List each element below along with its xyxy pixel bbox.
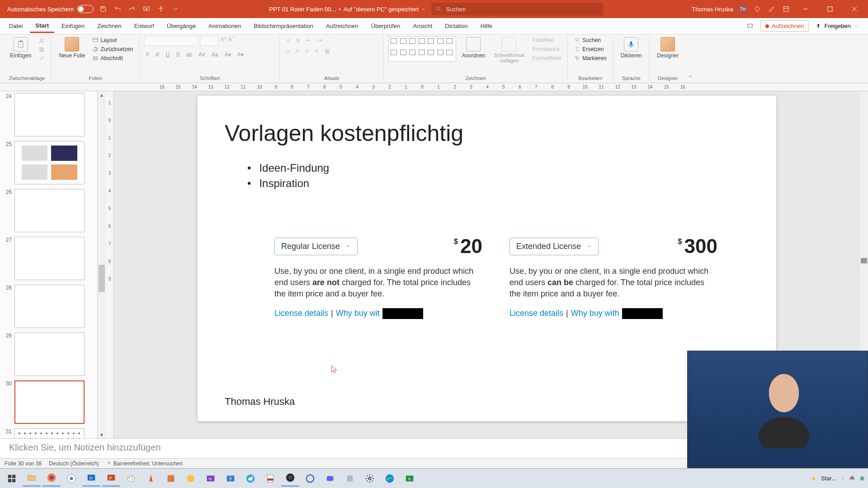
section-button[interactable]: Abschnitt [90, 54, 135, 62]
dictate-button[interactable]: Diktieren [618, 36, 645, 60]
why-buy-link[interactable]: Why buy with [571, 309, 619, 318]
maximize-button[interactable] [820, 0, 840, 18]
tab-ansicht[interactable]: Ansicht [408, 20, 438, 32]
format-painter-button[interactable] [37, 54, 47, 62]
app-icon-3[interactable] [341, 470, 359, 487]
select-button[interactable]: Markieren [572, 54, 608, 62]
obs-icon[interactable] [281, 470, 299, 487]
autosave-toggle[interactable]: Automatisches Speichern [7, 5, 94, 13]
align-left-button[interactable]: ≡ [284, 47, 291, 55]
tab-aufzeichnen[interactable]: Aufzeichnen [321, 20, 364, 32]
accessibility-status[interactable]: Barrierefreiheit: Untersuchen [106, 460, 183, 467]
undo-icon[interactable] [113, 4, 123, 14]
slide-thumbnails[interactable]: 24 25 26 27 28 29 30 31 [0, 91, 98, 438]
underline-button[interactable]: U [164, 51, 172, 59]
layout-button[interactable]: Layout [90, 36, 135, 44]
font-size-input[interactable] [200, 36, 218, 46]
powerpoint-icon[interactable]: P [102, 470, 120, 487]
app-icon-circle[interactable] [301, 470, 319, 487]
new-slide-button[interactable]: Neue Folie [56, 36, 88, 60]
start-button[interactable] [3, 470, 21, 487]
app-icon-2[interactable] [182, 470, 200, 487]
thumbnail-26[interactable]: 26 [3, 189, 94, 232]
onenote-icon[interactable]: N [202, 470, 220, 487]
chrome-icon[interactable] [62, 470, 80, 487]
accessibility-icon[interactable] [156, 4, 166, 14]
paste-button[interactable]: Einfügen [7, 36, 34, 60]
reset-button[interactable]: Zurücksetzen [90, 45, 135, 53]
slide-counter[interactable]: Folie 30 von 38 [5, 460, 42, 467]
license-select-extended[interactable]: Extended License [509, 238, 599, 255]
slide-title[interactable]: Vorlagen kostenpflichtig [225, 120, 749, 146]
app-icon-pdf[interactable] [261, 470, 279, 487]
shape-effects-button[interactable]: Formeffekte [530, 54, 563, 62]
cloud-icon[interactable] [849, 475, 855, 482]
tab-animationen[interactable]: Animationen [203, 20, 246, 32]
collapse-ribbon-icon[interactable] [688, 74, 693, 79]
diamond-icon[interactable] [752, 4, 762, 14]
minimize-button[interactable] [796, 0, 816, 18]
tray-expand-icon[interactable] [840, 476, 845, 481]
firefox-icon[interactable] [42, 470, 61, 487]
settings-icon[interactable] [361, 470, 379, 487]
edge-icon[interactable] [381, 470, 399, 487]
designer-button[interactable]: Designer [654, 36, 681, 60]
outlook-icon[interactable]: O [82, 470, 100, 487]
qat-more-icon[interactable] [170, 4, 180, 14]
shape-outline-button[interactable]: Formkontur [530, 45, 563, 53]
bold-button[interactable]: F [144, 51, 151, 59]
cut-button[interactable] [37, 36, 47, 44]
shapes-gallery[interactable] [388, 36, 456, 61]
paint-icon[interactable] [122, 470, 140, 487]
thumbnail-scrollbar[interactable]: ▲▼ [98, 91, 106, 438]
discord-icon[interactable] [321, 470, 339, 487]
tray-label[interactable]: Star... [821, 475, 836, 482]
tab-dictation[interactable]: Dictation [439, 20, 473, 32]
tab-einfuegen[interactable]: Einfügen [56, 20, 90, 32]
system-tray[interactable]: Star... [810, 475, 865, 482]
thumbnail-25[interactable]: 25 [3, 141, 94, 184]
italic-button[interactable]: K [154, 51, 161, 59]
vlc-icon[interactable] [142, 470, 160, 487]
copy-button[interactable] [37, 45, 47, 53]
slideshow-icon[interactable] [142, 4, 151, 14]
font-name-input[interactable] [144, 36, 198, 46]
find-button[interactable]: Suchen [572, 36, 608, 44]
tray-app-icon[interactable] [859, 475, 865, 482]
thumbnail-29[interactable]: 29 [3, 333, 94, 376]
save-icon[interactable] [98, 4, 108, 14]
replace-button[interactable]: Ersetzen [572, 45, 608, 53]
tab-bildschirmpraesentation[interactable]: Bildschirmpräsentation [248, 20, 319, 32]
comments-icon[interactable] [745, 21, 755, 31]
quickstyles-button[interactable]: Schnellformat vorlagen [491, 36, 528, 64]
record-button[interactable]: Aufzeichnen [760, 20, 809, 32]
tab-ueberpruefen[interactable]: Überprüfen [366, 20, 406, 32]
license-details-link[interactable]: License details [509, 309, 563, 318]
license-details-link[interactable]: License details [274, 309, 328, 318]
window-mode-icon[interactable] [781, 4, 791, 14]
language-label[interactable]: Deutsch (Österreich) [49, 460, 99, 467]
tab-datei[interactable]: Datei [4, 20, 28, 32]
excel-icon[interactable]: X [401, 470, 419, 487]
thumbnail-28[interactable]: 28 [3, 285, 94, 328]
shape-fill-button[interactable]: Fülleffekt [530, 36, 563, 44]
tab-start[interactable]: Start [30, 19, 54, 33]
share-button[interactable]: Freigeben [811, 21, 864, 31]
thumbnail-27[interactable]: 27 [3, 237, 94, 280]
thumbnail-31[interactable]: 31 [3, 428, 94, 438]
numbering-button[interactable]: ≣ [294, 36, 302, 44]
thumbnail-30[interactable]: 30 [3, 380, 94, 424]
app-icon-v[interactable]: V [222, 470, 240, 487]
tab-hilfe[interactable]: Hilfe [475, 20, 498, 32]
tab-zeichnen[interactable]: Zeichnen [92, 20, 127, 32]
tab-entwurf[interactable]: Entwurf [129, 20, 160, 32]
license-select-regular[interactable]: Regular License [274, 238, 358, 255]
app-icon-1[interactable] [162, 470, 180, 487]
search-input[interactable]: Suchen [431, 3, 603, 15]
bullets-button[interactable]: ≡ [284, 36, 291, 44]
close-button[interactable] [844, 0, 864, 18]
why-buy-link[interactable]: Why buy wit [336, 309, 380, 318]
strike-button[interactable]: S [174, 51, 181, 59]
telegram-icon[interactable] [241, 470, 259, 487]
document-title[interactable]: PPT 01 Roter Faden 00... • Auf "diesem P… [269, 6, 426, 13]
